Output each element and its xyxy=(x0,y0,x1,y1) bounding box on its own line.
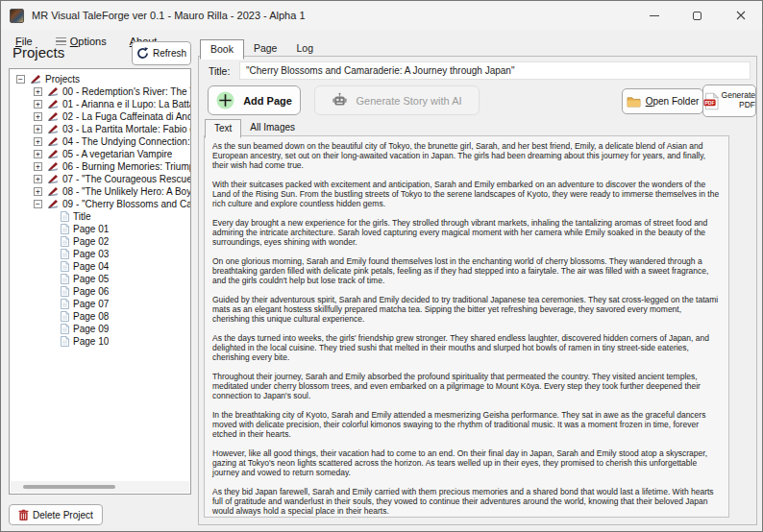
tree-page-row[interactable]: Page 08 xyxy=(14,310,190,323)
project-tree[interactable]: − Projects + xyxy=(9,68,191,495)
tree-page-label[interactable]: Page 05 xyxy=(73,274,109,284)
tree-project-row[interactable]: + 00 - Redemption's River: The Tale of t xyxy=(14,85,190,98)
tree-page-row[interactable]: Page 03 xyxy=(14,248,190,260)
tree-page-label[interactable]: Page 10 xyxy=(73,336,109,347)
collapse-toggle[interactable]: − xyxy=(16,75,25,84)
tab-log[interactable]: Log xyxy=(286,39,323,59)
tree-page-label[interactable]: Page 07 xyxy=(73,299,109,309)
page-document-icon xyxy=(61,224,69,234)
pdf-icon-text: PDF xyxy=(704,99,714,105)
project-book-icon xyxy=(29,74,41,85)
story-paragraph: As the sun beamed down on the beautiful … xyxy=(212,141,721,170)
tree-page-label[interactable]: Page 09 xyxy=(73,324,109,334)
expand-toggle[interactable]: − xyxy=(34,200,42,208)
scrollbar-thumb[interactable] xyxy=(23,485,115,489)
close-button[interactable] xyxy=(719,1,762,30)
project-book-icon xyxy=(46,199,59,209)
tree-project-label[interactable]: 08 - "The Unlikely Hero: A Boy's Trium xyxy=(62,186,190,197)
generate-pdf-button[interactable]: PDF Generate PDF xyxy=(702,85,756,117)
tree-page-label[interactable]: Page 06 xyxy=(73,286,109,297)
tree-project-label[interactable]: 04 - The Undying Connection: A Hima xyxy=(62,136,190,147)
tab-text[interactable]: Text xyxy=(205,119,241,138)
generate-story-label: Generate Story with AI xyxy=(356,95,461,107)
tree-root-row[interactable]: − Projects xyxy=(14,73,190,85)
pdf-icon: PDF xyxy=(703,92,719,110)
tree-project-label[interactable]: 06 - Burning Memories: Triumph over D xyxy=(62,161,190,172)
expand-toggle[interactable]: + xyxy=(34,162,42,171)
tree-project-label[interactable]: 05 - A vegetarian Vampire xyxy=(62,149,172,159)
trash-icon xyxy=(18,509,29,521)
app-window: MR Visual TaleForge ver 0.1 - Mauro Rill… xyxy=(0,0,763,532)
expand-toggle[interactable]: + xyxy=(34,137,42,146)
expand-toggle[interactable]: + xyxy=(34,87,42,96)
maximize-button[interactable] xyxy=(676,1,719,30)
tree-page-row[interactable]: Page 09 xyxy=(14,323,190,335)
tree-page-label[interactable]: Page 04 xyxy=(73,261,109,272)
expand-toggle[interactable]: + xyxy=(34,125,42,133)
project-book-icon xyxy=(46,124,59,134)
refresh-icon xyxy=(136,47,149,60)
story-paragraph: Guided by their adventurous spirit, Sara… xyxy=(212,295,721,324)
tree-page-row[interactable]: Page 07 xyxy=(14,298,190,310)
delete-project-button[interactable]: Delete Project xyxy=(9,504,103,525)
project-book-icon xyxy=(46,136,59,147)
tree-project-label[interactable]: 01 - Arianna e il Lupo: La Battaglia di … xyxy=(62,99,190,109)
book-title-input[interactable] xyxy=(239,61,751,80)
tree-project-row[interactable]: + 08 - "The Unlikely Hero: A Boy's Trium xyxy=(14,185,190,198)
open-folder-button[interactable]: Open Folder xyxy=(622,88,703,114)
tree-horizontal-scrollbar[interactable] xyxy=(11,481,189,493)
refresh-button[interactable]: Refresh xyxy=(132,41,191,65)
add-plus-icon xyxy=(216,91,234,109)
page-document-icon xyxy=(61,336,69,347)
menu-options[interactable]: Options xyxy=(70,36,107,47)
expand-toggle[interactable]: + xyxy=(34,112,42,121)
story-text-area[interactable]: As the sun beamed down on the beautiful … xyxy=(204,135,729,518)
tree-page-row[interactable]: Page 04 xyxy=(14,260,190,273)
tree-project-row[interactable]: + 02 - La Fuga Caffeinata di Andrea: Un xyxy=(14,110,190,123)
page-document-icon xyxy=(61,324,69,334)
tree-project-row[interactable]: + 05 - A vegetarian Vampire xyxy=(14,148,190,160)
tree-page-row[interactable]: Page 06 xyxy=(14,285,190,298)
tree-page-row[interactable]: Page 01 xyxy=(14,223,190,235)
tree-page-label[interactable]: Page 08 xyxy=(73,311,109,322)
tree-project-row[interactable]: + 03 - La Partita Mortale: Fabio e il Fl… xyxy=(14,123,190,135)
project-book-icon xyxy=(46,149,59,159)
tree-project-label[interactable]: 00 - Redemption's River: The Tale of t xyxy=(62,86,190,97)
tree-project-row[interactable]: + 01 - Arianna e il Lupo: La Battaglia d… xyxy=(14,98,190,110)
tree-project-label[interactable]: 07 - "The Courageous Rescue: Ann's xyxy=(62,174,190,184)
delete-project-label: Delete Project xyxy=(33,510,93,520)
tree-page-row[interactable]: Page 10 xyxy=(14,335,190,348)
tree-page-row[interactable]: Page 05 xyxy=(14,273,190,285)
expand-toggle[interactable]: + xyxy=(34,175,42,183)
tree-page-row[interactable]: Page 02 xyxy=(14,235,190,248)
tab-all-images[interactable]: All Images xyxy=(241,119,304,137)
tree-page-label[interactable]: Page 03 xyxy=(73,249,109,259)
tree-project-row[interactable]: + 04 - The Undying Connection: A Hima xyxy=(14,135,190,148)
tree-root-label[interactable]: Projects xyxy=(45,74,80,85)
add-page-button[interactable]: Add Page xyxy=(208,85,301,115)
tree-project-label[interactable]: 02 - La Fuga Caffeinata di Andrea: Un xyxy=(62,111,190,122)
generate-story-ai-button[interactable]: Generate Story with AI xyxy=(314,85,480,115)
page-document-icon xyxy=(61,286,69,297)
app-icon[interactable] xyxy=(10,9,24,23)
expand-toggle[interactable]: + xyxy=(34,187,42,196)
tree-page-label[interactable]: Title xyxy=(73,211,91,222)
tree-page-row[interactable]: Title xyxy=(14,210,190,223)
tab-page[interactable]: Page xyxy=(244,39,287,59)
minimize-button[interactable] xyxy=(632,1,676,30)
tree-project-label[interactable]: 09 - "Cherry Blossoms and Camaraderi xyxy=(62,199,190,209)
project-list: + 00 - Redemption's River: The Tale of t xyxy=(14,85,190,210)
tree-page-label[interactable]: Page 02 xyxy=(73,236,109,247)
tree-project-row[interactable]: + 06 - Burning Memories: Triumph over D xyxy=(14,160,190,173)
page-document-icon xyxy=(61,274,69,284)
tree-page-label[interactable]: Page 01 xyxy=(73,224,109,234)
tree-project-row[interactable]: + 07 - "The Courageous Rescue: Ann's xyxy=(14,173,190,185)
expand-toggle[interactable]: + xyxy=(34,150,42,158)
tree-project-label[interactable]: 03 - La Partita Mortale: Fabio e il Flip… xyxy=(62,124,190,134)
page-document-icon xyxy=(61,261,69,272)
expand-toggle[interactable]: + xyxy=(34,100,42,109)
tree-project-row[interactable]: − 09 - "Cherry Blossoms and Camaraderi xyxy=(14,198,190,210)
story-paragraph: In the breathtaking city of Kyoto, Sarah… xyxy=(212,410,721,439)
tab-book[interactable]: Book xyxy=(200,39,244,60)
menubar: File Options About xyxy=(1,30,762,53)
